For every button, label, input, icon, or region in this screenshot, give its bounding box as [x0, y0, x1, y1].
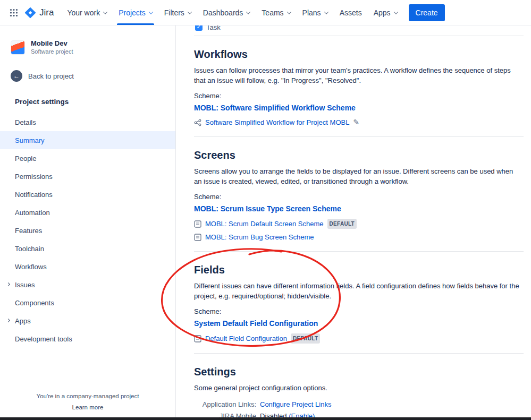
chevron-down-icon [246, 10, 250, 14]
nav-item-label: Your work [67, 8, 100, 17]
settings-description: Some general project configuration optio… [194, 383, 522, 393]
configure-project-links[interactable]: Configure Project Links [260, 399, 331, 410]
workflow-link[interactable]: Software Simplified Workflow for Project… [205, 118, 349, 127]
sidebar-item-label: Workflows [15, 263, 47, 271]
section-screens: Screens Screens allow you to arrange the… [194, 137, 524, 251]
sidebar-item-label: Details [15, 118, 36, 126]
jira-logo-icon [24, 7, 36, 19]
jira-logo-text: Jira [39, 7, 54, 18]
nav-assets[interactable]: Assets [334, 0, 368, 25]
screen-scheme-item-link[interactable]: MOBL: Scrum Bug Screen Scheme [205, 233, 314, 242]
project-name: Mobile Dev [31, 39, 73, 48]
back-to-project-label: Back to project [28, 72, 74, 80]
sidebar-item-label: People [15, 155, 36, 162]
sidebar-item-issues[interactable]: Issues [0, 276, 175, 294]
sidebar-item-label: Permissions [15, 173, 53, 181]
back-to-project-link[interactable]: ← Back to project [0, 70, 175, 82]
screens-description: Screens allow you to arrange the fields … [194, 166, 522, 186]
sidebar-item-notifications[interactable]: Notifications [0, 185, 175, 203]
workflows-title: Workflows [194, 48, 524, 61]
chevron-right-icon [6, 319, 10, 322]
sidebar-item-details[interactable]: Details [0, 113, 175, 131]
field-configuration-scheme-link[interactable]: System Default Field Configuration [194, 319, 318, 328]
sidebar-item-label: Apps [15, 317, 31, 325]
chevron-down-icon [188, 10, 192, 14]
nav-plans[interactable]: Plans [297, 0, 334, 25]
nav-item-label: Projects [119, 8, 146, 17]
workflows-description: Issues can follow processes that mirror … [194, 65, 522, 85]
workflow-icon [194, 119, 201, 126]
fields-title: Fields [194, 263, 524, 276]
sidebar-item-label: Development tools [15, 335, 72, 343]
nav-item-label: Teams [262, 8, 283, 17]
nav-projects[interactable]: Projects [113, 0, 158, 25]
screen-icon [194, 234, 201, 241]
screen-scheme-link[interactable]: MOBL: Scrum Issue Type Screen Scheme [194, 204, 341, 213]
sidebar-item-components[interactable]: Components [0, 294, 175, 312]
sidebar-item-label: Features [15, 227, 42, 235]
sidebar-item-features[interactable]: Features [0, 221, 175, 239]
sidebar-item-label: Toolchain [15, 245, 44, 253]
sidebar-item-label: Summary [15, 136, 45, 144]
screen-scheme-item-link[interactable]: MOBL: Scrum Default Screen Scheme [205, 219, 324, 228]
sidebar-item-apps[interactable]: Apps [0, 312, 175, 330]
fields-description: Different issues can have different info… [194, 281, 522, 301]
field-configuration-item: Default Field Configuration DEFAULT [194, 333, 524, 344]
window-bottom-edge [0, 417, 531, 420]
scheme-label: Scheme: [194, 193, 524, 201]
nav-apps[interactable]: Apps [368, 0, 403, 25]
sidebar-item-development-tools[interactable]: Development tools [0, 330, 175, 348]
app-switcher-icon[interactable] [5, 4, 22, 21]
sidebar-item-people[interactable]: People [0, 149, 175, 167]
field-configuration-link[interactable]: Default Field Configuration [205, 334, 287, 343]
create-button[interactable]: Create [409, 4, 445, 21]
jira-project-settings-page: Jira Your work Projects Filters Dashboar… [0, 0, 531, 420]
learn-more-link[interactable]: Learn more [72, 404, 104, 410]
nav-item-label: Filters [164, 8, 184, 17]
screen-icon [194, 220, 201, 228]
section-fields: Fields Different issues can have differe… [194, 252, 524, 353]
sidebar-item-workflows[interactable]: Workflows [0, 258, 175, 276]
scheme-label: Scheme: [194, 307, 524, 316]
screens-title: Screens [194, 149, 524, 161]
sidebar-item-permissions[interactable]: Permissions [0, 167, 175, 185]
setting-label: Application Links: [194, 399, 260, 410]
scheme-label: Scheme: [194, 92, 524, 100]
page-body: Mobile Dev Software project ← Back to pr… [0, 25, 531, 420]
sidebar-item-summary[interactable]: Summary [0, 131, 175, 149]
top-navigation: Jira Your work Projects Filters Dashboar… [0, 0, 531, 25]
project-header: Mobile Dev Software project [0, 39, 175, 55]
setting-row-application-links: Application Links: Configure Project Lin… [194, 399, 524, 410]
nav-your-work[interactable]: Your work [61, 0, 113, 25]
nav-teams[interactable]: Teams [256, 0, 296, 25]
nav-dashboards[interactable]: Dashboards [197, 0, 256, 25]
sidebar-item-label: Components [15, 299, 54, 307]
section-workflows: Workflows Issues can follow processes th… [194, 36, 524, 136]
nav-item-label: Dashboards [203, 8, 243, 17]
chevron-down-icon [324, 10, 328, 14]
nav-item-label: Plans [302, 8, 321, 17]
default-badge: DEFAULT [327, 219, 357, 229]
settings-title: Settings [194, 365, 524, 378]
default-badge: DEFAULT [291, 333, 320, 344]
chevron-down-icon [393, 10, 398, 14]
grid-icon [10, 8, 18, 17]
project-type: Software project [31, 48, 73, 55]
project-avatar [11, 40, 25, 55]
managed-project-note: You're in a company-managed project [0, 393, 175, 399]
sidebar-item-label: Automation [15, 209, 50, 217]
settings-menu-title: Project settings [0, 98, 175, 106]
primary-nav: Your work Projects Filters Dashboards Te… [61, 0, 403, 25]
settings-menu: Project settings Details Summary People … [0, 98, 175, 348]
nav-item-label: Assets [340, 8, 362, 17]
sidebar-item-automation[interactable]: Automation [0, 203, 175, 221]
workflow-scheme-link[interactable]: MOBL: Software Simplified Workflow Schem… [194, 104, 356, 112]
chevron-right-icon [6, 282, 10, 286]
sidebar-item-label: Notifications [15, 191, 53, 199]
nav-filters[interactable]: Filters [158, 0, 197, 25]
edit-pencil-icon[interactable]: ✎ [353, 118, 359, 127]
jira-logo[interactable]: Jira [24, 7, 54, 19]
screen-scheme-item: MOBL: Scrum Bug Screen Scheme [194, 233, 524, 242]
project-settings-sidebar: Mobile Dev Software project ← Back to pr… [0, 25, 176, 420]
sidebar-item-toolchain[interactable]: Toolchain [0, 239, 175, 258]
